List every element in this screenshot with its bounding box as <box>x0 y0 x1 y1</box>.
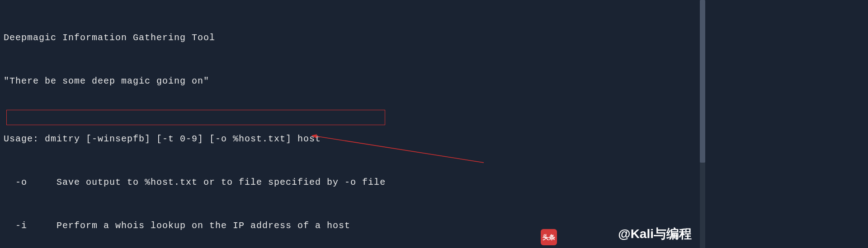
usage-line: Usage: dmitry [-winsepfb] [-t 0-9] [-o %… <box>4 132 702 146</box>
scrollbar-thumb[interactable] <box>700 0 705 163</box>
header-line-2: "There be some deep magic going on" <box>4 74 702 89</box>
terminal-output: Deepmagic Information Gathering Tool "Th… <box>4 2 702 248</box>
option-o: -o Save output to %host.txt or to file s… <box>4 175 702 190</box>
watermark-logo-icon: 头条 <box>541 229 557 245</box>
option-i: -i Perform a whois lookup on the IP addr… <box>4 219 702 233</box>
watermark-logo-text: 头条 <box>542 232 555 242</box>
header-line-1: Deepmagic Information Gathering Tool <box>4 31 702 45</box>
watermark-text: @Kali与编程 <box>618 224 692 244</box>
scrollbar-track[interactable] <box>700 0 705 248</box>
